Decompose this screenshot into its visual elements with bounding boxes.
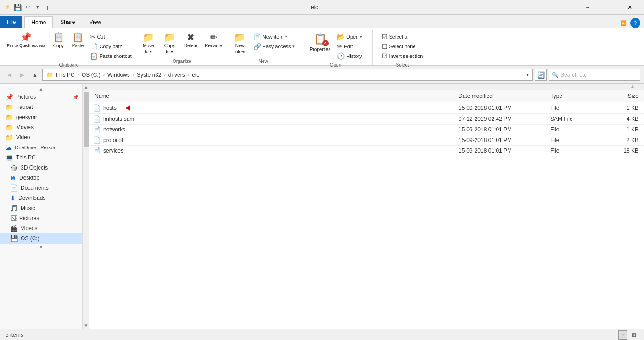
ribbon-tabs: File Home Share View 🔼 ?	[0, 15, 644, 28]
search-placeholder: Search etc	[560, 72, 587, 78]
header-modified[interactable]: Date modified	[457, 92, 549, 100]
new-folder-button[interactable]: 📁 Newfolder	[230, 30, 250, 56]
address-system32[interactable]: System32	[137, 72, 161, 78]
address-windows[interactable]: Windows	[107, 72, 130, 78]
sidebar-scrollbar[interactable]: ▲ ▼	[83, 84, 89, 329]
sidebar-item-desktop[interactable]: 🖥 Desktop	[0, 173, 82, 183]
sidebar-item-downloads[interactable]: ⬇ Downloads	[0, 193, 82, 203]
up-button[interactable]: ▲	[29, 69, 40, 80]
copy-to-button[interactable]: 📁 Copyto ▾	[159, 30, 179, 56]
delete-button[interactable]: ✖ Delete	[180, 30, 201, 50]
sidebar-item-music[interactable]: 🎵 Music	[0, 203, 82, 213]
3d-icon: 🎲	[10, 164, 18, 171]
table-row[interactable]: 📄 lmhosts.sam 07-12-2019 02:42 PM SAM Fi…	[89, 114, 644, 125]
address-etc[interactable]: etc	[192, 72, 199, 78]
sidebar-scroll-up[interactable]: ▲	[0, 85, 82, 92]
downloads-icon: ⬇	[10, 194, 16, 202]
header-name[interactable]: Name	[93, 92, 457, 100]
forward-button[interactable]: ▶	[17, 69, 28, 80]
sidebar-scroll-down[interactable]: ▼	[0, 244, 82, 250]
rename-label: Rename	[205, 43, 222, 49]
cut-button[interactable]: ✂ Cut	[88, 32, 134, 41]
sidebar-item-thispc[interactable]: 💻 This PC	[0, 153, 82, 163]
address-drivers[interactable]: drivers	[168, 72, 185, 78]
select-none-button[interactable]: ☐ Select none	[380, 42, 426, 51]
sidebar-item-geekymr[interactable]: 📁 geekymr	[0, 112, 82, 122]
header-size[interactable]: Size	[604, 92, 640, 100]
address-this-pc[interactable]: This PC	[55, 72, 75, 78]
scrollbar-up-arrow[interactable]: ▲	[84, 84, 89, 91]
minimize-button[interactable]: −	[577, 0, 598, 15]
rename-icon: ✏	[210, 32, 218, 43]
details-view-button[interactable]: ≡	[618, 330, 627, 340]
maximize-button[interactable]: □	[598, 0, 619, 15]
close-button[interactable]: ✕	[619, 0, 640, 15]
delete-label: Delete	[184, 43, 197, 49]
new-item-icon: 📄	[253, 33, 261, 40]
sidebar-item-documents[interactable]: 📄 Documents	[0, 183, 82, 193]
easy-access-button[interactable]: 🔗 Easy access ▾	[251, 42, 297, 51]
address-os[interactable]: OS (C:)	[82, 72, 101, 78]
large-icons-view-button[interactable]: ⊞	[629, 330, 638, 340]
address-box[interactable]: 📁 This PC › OS (C:) › Windows › System32…	[42, 69, 533, 81]
sidebar-item-3d[interactable]: 🎲 3D Objects	[0, 163, 82, 173]
invert-selection-button[interactable]: ☑ Invert selection	[380, 51, 426, 61]
file-name-cell: 📄 protocol	[93, 136, 457, 144]
save-icon[interactable]: 💾	[14, 4, 21, 11]
back-button[interactable]: ◀	[4, 69, 15, 80]
sort-indicator-bar: ▲	[89, 84, 644, 90]
file-type-icon: 📄	[93, 115, 101, 123]
tab-file[interactable]: File	[0, 16, 22, 28]
sidebar-item-pictures-qa[interactable]: 📌 Pictures 📌	[0, 92, 82, 102]
sort-up-arrow[interactable]: ▲	[630, 84, 635, 90]
copy-path-button[interactable]: 📄 Copy path	[88, 42, 134, 51]
sidebar-item-video[interactable]: 📁 Video	[0, 132, 82, 142]
address-dropdown-btn[interactable]: ▾	[526, 72, 529, 77]
tab-home[interactable]: Home	[24, 16, 53, 28]
new-small-col: 📄 New item ▾ 🔗 Easy access ▾	[251, 30, 297, 51]
table-row[interactable]: 📄 services 15-09-2018 01:01 PM File 18 K…	[89, 146, 644, 156]
sidebar-label-faucet: Faucet	[16, 104, 33, 110]
file-type: File	[549, 136, 604, 144]
ribbon-collapse-button[interactable]: 🔼	[620, 20, 627, 26]
open-button[interactable]: 📂 Open ▾	[335, 32, 364, 41]
tab-view[interactable]: View	[82, 16, 108, 28]
ribbon-group-open: 📋 ✓ Properties 📂 Open ▾ ✏ Edit 🕐 History	[299, 30, 373, 65]
sidebar-item-os[interactable]: 💾 OS (C:)	[0, 233, 82, 244]
table-row[interactable]: 📄 hosts 15-09-2018 01:01 PM File 1 KB	[89, 102, 644, 114]
tab-share[interactable]: Share	[53, 16, 82, 28]
edit-button[interactable]: ✏ Edit	[335, 42, 364, 51]
cut-label: Cut	[97, 34, 105, 40]
paste-shortcut-button[interactable]: 📋 Paste shortcut	[88, 51, 134, 61]
history-button[interactable]: 🕐 History	[335, 51, 364, 61]
paste-button[interactable]: 📋 Paste	[68, 30, 87, 50]
sidebar-item-onedrive[interactable]: ☁ OneDrive - Person	[0, 142, 82, 153]
sidebar-item-pictures[interactable]: 🖼 Pictures	[0, 213, 82, 223]
properties-button[interactable]: 📋 ✓ Properties	[307, 30, 334, 54]
new-item-button[interactable]: 📄 New item ▾	[251, 32, 297, 41]
sidebar-item-movies[interactable]: 📁 Movies	[0, 122, 82, 132]
file-type: File	[549, 104, 604, 112]
new-folder-label: Newfolder	[234, 43, 246, 55]
undo-icon[interactable]: ↩	[24, 4, 31, 11]
edit-label: Edit	[344, 44, 353, 49]
organize-content: 📁 Moveto ▾ 📁 Copyto ▾ ✖ Delete ✏ Rename	[138, 30, 225, 58]
help-button[interactable]: ?	[630, 18, 640, 28]
sidebar-item-videos[interactable]: 🎬 Videos	[0, 223, 82, 233]
move-to-button[interactable]: 📁 Moveto ▾	[138, 30, 158, 56]
dropdown-icon[interactable]: ▾	[34, 4, 41, 11]
file-modified: 15-09-2018 01:01 PM	[457, 125, 549, 134]
scrollbar-down-arrow[interactable]: ▼	[84, 322, 89, 329]
copy-button[interactable]: 📋 Copy	[49, 30, 67, 50]
scrollbar-thumb[interactable]	[84, 92, 89, 147]
table-row[interactable]: 📄 protocol 15-09-2018 01:01 PM File 2 KB	[89, 135, 644, 146]
select-all-button[interactable]: ☑ Select all	[380, 32, 426, 41]
pin-quick-access-button[interactable]: 📌 Pin to Quick access	[4, 30, 48, 49]
refresh-button[interactable]: 🔄	[535, 69, 547, 81]
file-name: lmhosts.sam	[103, 116, 134, 122]
table-row[interactable]: 📄 networks 15-09-2018 01:01 PM File 1 KB	[89, 125, 644, 135]
sidebar-item-faucet[interactable]: 📁 Faucet	[0, 102, 82, 112]
search-box[interactable]: 🔍 Search etc	[549, 69, 640, 81]
header-type[interactable]: Type	[549, 92, 604, 100]
rename-button[interactable]: ✏ Rename	[202, 30, 225, 50]
